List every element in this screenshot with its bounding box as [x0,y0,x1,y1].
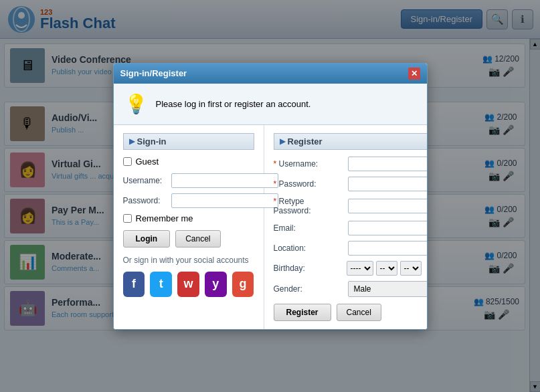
reg-gender-row: Gender: Male Female [274,281,428,297]
birthday-year-select[interactable]: ---- [347,261,373,276]
signin-panel: ▶ Sign-in Guest Username: Password: [114,125,264,329]
reg-email-row: Email: [274,221,428,235]
birthday-month-select[interactable]: -- [376,261,397,276]
social-icons: f t w y g [123,272,254,297]
reg-location-label: Location: [274,243,344,253]
register-section-header: ▶ Register [274,133,428,150]
signin-cancel-button[interactable]: Cancel [175,230,220,248]
reg-retype-label: * Retype Password: [274,197,344,215]
remember-row: Remember me [123,213,254,223]
yahoo-signin-button[interactable]: y [205,272,227,297]
signin-password-label: Password: [123,196,167,205]
reg-username-input[interactable] [348,157,428,171]
google-signin-button[interactable]: g [232,272,254,297]
modal-overlay: Sign-in/Register ✕ 💡 Please log in first… [0,0,540,392]
register-cancel-button[interactable]: Cancel [337,304,381,321]
signin-password-row: Password: [123,193,254,208]
dialog-header: 💡 Please log in first or register an acc… [114,84,427,125]
reg-password-row: * Password: [274,177,428,191]
guest-label: Guest [136,157,159,167]
register-button[interactable]: Register [274,304,331,321]
signin-section-header: ▶ Sign-in [123,133,254,150]
remember-label: Remember me [136,213,193,223]
remember-checkbox[interactable] [123,214,132,223]
signin-password-input[interactable] [171,193,278,208]
reg-retype-input[interactable] [348,199,428,213]
dialog-close-button[interactable]: ✕ [408,68,420,80]
reg-email-label: Email: [274,223,344,233]
register-arrow-icon: ▶ [280,137,285,146]
req-asterisk: * [274,179,277,189]
reg-email-input[interactable] [348,221,428,235]
social-divider-text: Or sign in with your social accounts [123,256,254,265]
facebook-signin-button[interactable]: f [123,272,145,297]
lightbulb-icon: 💡 [124,93,148,115]
login-button[interactable]: Login [123,230,171,248]
reg-password-input[interactable] [348,177,428,191]
signin-section-label: Sign-in [137,136,167,146]
dialog-body: ▶ Sign-in Guest Username: Password: [114,125,427,329]
gender-select[interactable]: Male Female [348,281,428,297]
reg-gender-label: Gender: [274,284,344,294]
req-asterisk: * [274,159,277,169]
req-asterisk: * [274,197,277,206]
signin-register-dialog: Sign-in/Register ✕ 💡 Please log in first… [113,63,428,330]
signin-username-label: Username: [123,176,167,185]
signin-username-input[interactable] [171,173,278,188]
reg-password-label: * Password: [274,179,344,189]
dialog-title-bar: Sign-in/Register ✕ [114,64,427,84]
windows-live-signin-button[interactable]: w [177,272,199,297]
reg-location-row: Location: [274,241,428,256]
dialog-title: Sign-in/Register [120,68,187,78]
reg-retype-row: * Retype Password: [274,197,428,215]
reg-username-label: * Username: [274,159,344,169]
reg-birthday-label: Birthday: [274,264,344,273]
signin-username-row: Username: [123,173,254,188]
signin-btn-row: Login Cancel [123,230,254,248]
reg-location-input[interactable] [348,241,428,256]
signin-arrow-icon: ▶ [129,137,134,146]
reg-username-row: * Username: [274,157,428,171]
birthday-day-select[interactable]: -- [400,261,422,276]
guest-checkbox[interactable] [123,157,132,166]
twitter-signin-button[interactable]: t [150,272,172,297]
register-btn-row: Register Cancel [274,304,428,321]
dialog-header-msg: Please log in first or register an accou… [156,99,311,109]
guest-row: Guest [123,157,254,167]
register-panel: ▶ Register * Username: * Password: [264,125,428,329]
register-section-label: Register [288,136,323,146]
reg-birthday-row: Birthday: ---- -- -- [274,261,428,276]
